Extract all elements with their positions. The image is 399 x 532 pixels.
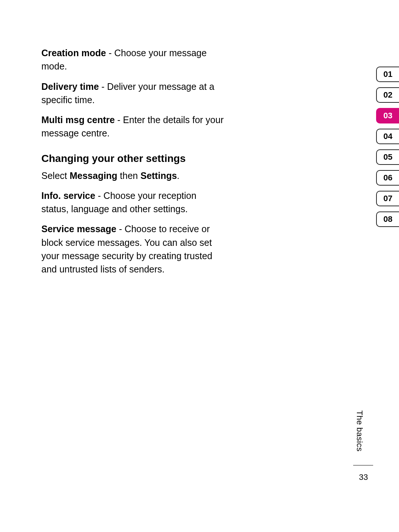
footer-divider: [353, 465, 373, 465]
term: Creation mode: [41, 48, 106, 58]
menu-messaging: Messaging: [69, 170, 117, 181]
chapter-tab-05[interactable]: 05: [376, 149, 399, 165]
chapter-tab-04[interactable]: 04: [376, 129, 399, 144]
term: Multi msg centre: [41, 115, 115, 125]
term: Info. service: [41, 190, 95, 201]
tab-label: 03: [383, 111, 392, 121]
section-label: The basics: [355, 410, 364, 451]
chapter-tabs: 01 02 03 04 05 06 07 08: [376, 67, 399, 227]
select-instruction: Select Messaging then Settings.: [41, 169, 226, 182]
setting-service-message: Service message - Choose to receive or b…: [41, 222, 226, 276]
text: then: [117, 170, 141, 181]
setting-delivery-time: Delivery time - Deliver your message at …: [41, 80, 226, 107]
tab-label: 02: [383, 90, 392, 100]
text: Select: [41, 170, 69, 181]
chapter-tab-08[interactable]: 08: [376, 211, 399, 227]
tab-label: 04: [383, 132, 392, 141]
page-number: 33: [359, 472, 368, 482]
term: Service message: [41, 224, 116, 234]
main-content: Creation mode - Choose your message mode…: [41, 46, 226, 282]
tab-label: 06: [383, 173, 392, 183]
chapter-tab-06[interactable]: 06: [376, 170, 399, 186]
tab-label: 01: [383, 70, 392, 79]
tab-label: 08: [383, 214, 392, 224]
tab-label: 07: [383, 194, 392, 203]
section-heading: Changing your other settings: [41, 153, 226, 165]
chapter-tab-01[interactable]: 01: [376, 67, 399, 82]
text: .: [177, 170, 180, 181]
chapter-tab-03[interactable]: 03: [376, 108, 399, 123]
setting-creation-mode: Creation mode - Choose your message mode…: [41, 46, 226, 73]
setting-info-service: Info. service - Choose your reception st…: [41, 189, 226, 216]
term: Delivery time: [41, 81, 99, 92]
chapter-tab-07[interactable]: 07: [376, 191, 399, 206]
tab-label: 05: [383, 152, 392, 162]
chapter-tab-02[interactable]: 02: [376, 87, 399, 103]
setting-multi-msg-centre: Multi msg centre - Enter the details for…: [41, 113, 226, 140]
menu-settings: Settings: [140, 170, 177, 181]
